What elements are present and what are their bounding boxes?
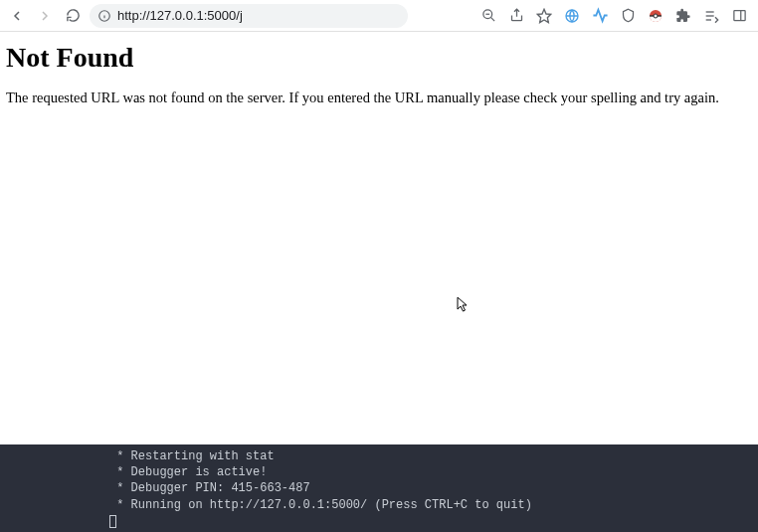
extension-globe-icon[interactable] [563, 7, 581, 25]
page-body: Not Found The requested URL was not foun… [0, 32, 758, 116]
terminal-panel[interactable]: * Restarting with stat * Debugger is act… [0, 444, 758, 532]
extensions-puzzle-icon[interactable] [674, 7, 692, 25]
error-heading: Not Found [6, 42, 752, 74]
svg-rect-15 [733, 11, 744, 21]
share-icon[interactable] [507, 7, 525, 25]
zoom-icon[interactable] [479, 7, 497, 25]
error-message: The requested URL was not found on the s… [6, 89, 752, 106]
svg-line-4 [490, 17, 494, 21]
extension-shield-icon[interactable] [619, 7, 637, 25]
reading-list-icon[interactable] [702, 7, 720, 25]
reload-button[interactable] [62, 5, 84, 27]
toolbar-icons [479, 7, 752, 25]
svg-marker-7 [537, 9, 550, 22]
bookmark-star-icon[interactable] [535, 7, 553, 25]
terminal-line: * Restarting with stat [109, 448, 758, 464]
address-bar[interactable]: http://127.0.0.1:5000/j [90, 4, 408, 28]
panel-icon[interactable] [730, 7, 748, 25]
terminal-line: * Debugger is active! [109, 464, 758, 480]
url-text: http://127.0.0.1:5000/j [117, 8, 243, 23]
site-info-icon[interactable] [97, 9, 111, 23]
forward-button[interactable] [34, 5, 56, 27]
terminal-line: * Debugger PIN: 415-663-487 [109, 480, 758, 496]
extension-pulse-icon[interactable] [591, 7, 609, 25]
browser-toolbar: http://127.0.0.1:5000/j [0, 0, 758, 32]
terminal-cursor [109, 513, 758, 532]
mouse-cursor-icon [457, 296, 471, 314]
terminal-line: * Running on http://127.0.0.1:5000/ (Pre… [109, 497, 758, 513]
extension-pokeball-icon[interactable] [647, 7, 664, 25]
back-button[interactable] [6, 5, 28, 27]
svg-point-11 [654, 14, 658, 18]
